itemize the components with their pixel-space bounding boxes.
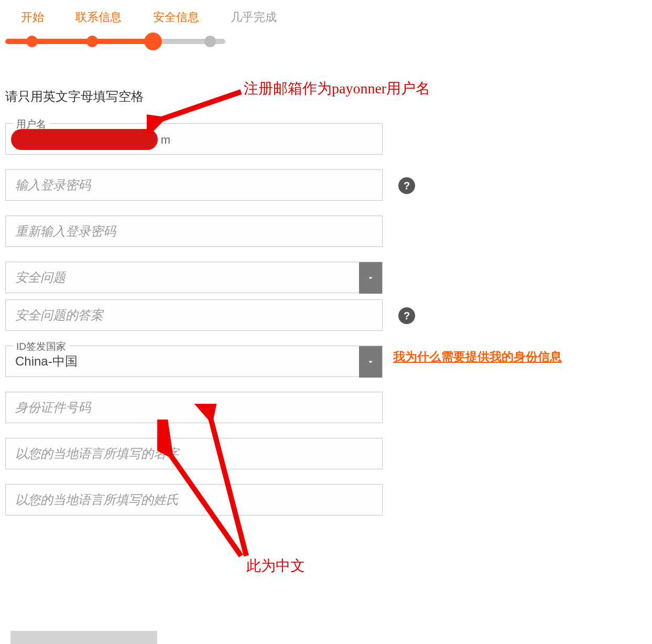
progress-dot-3-active: [144, 33, 162, 50]
id-country-select[interactable]: ID签发国家 China-中国: [5, 346, 383, 377]
why-id-info-link[interactable]: 我为什么需要提供我的身份信息: [393, 349, 562, 365]
id-country-value: China-中国: [15, 353, 78, 370]
local-firstname-input[interactable]: [15, 446, 373, 461]
step-almost-done[interactable]: 几乎完成: [231, 9, 277, 25]
username-field[interactable]: 用户名: [5, 123, 383, 155]
security-question-select[interactable]: [5, 262, 383, 293]
local-firstname-field[interactable]: [5, 438, 383, 469]
id-number-input[interactable]: [15, 400, 373, 415]
progress-dot-2: [86, 36, 98, 47]
password-field[interactable]: [5, 169, 383, 201]
progress-dot-4: [204, 36, 216, 47]
chevron-down-icon[interactable]: [359, 346, 382, 378]
redacted-username: [11, 129, 158, 150]
annotation-chinese: 此为中文: [246, 556, 305, 576]
security-question-input[interactable]: [15, 270, 373, 285]
security-answer-input[interactable]: [15, 308, 373, 323]
local-lastname-input[interactable]: [15, 492, 373, 507]
help-icon[interactable]: ?: [398, 177, 415, 194]
progress-steps: 开始 联系信息 安全信息 几乎完成: [5, 9, 647, 25]
step-security[interactable]: 安全信息: [153, 9, 199, 25]
id-number-field[interactable]: [5, 392, 383, 423]
password-input[interactable]: [15, 178, 373, 192]
progress-dot-1: [26, 36, 38, 47]
step-start[interactable]: 开始: [21, 9, 44, 25]
security-answer-field[interactable]: [5, 299, 383, 331]
id-country-label: ID签发国家: [13, 340, 69, 353]
chevron-down-icon[interactable]: [359, 262, 382, 294]
repassword-input[interactable]: [15, 224, 373, 239]
next-button[interactable]: 下一步: [10, 631, 157, 644]
annotation-email-username: 注册邮箱作为payonner用户名: [244, 79, 430, 99]
local-lastname-field[interactable]: [5, 484, 383, 516]
progress-track: [5, 30, 225, 51]
help-icon[interactable]: ?: [398, 307, 415, 324]
repassword-field[interactable]: [5, 216, 383, 247]
step-contact[interactable]: 联系信息: [75, 9, 122, 25]
